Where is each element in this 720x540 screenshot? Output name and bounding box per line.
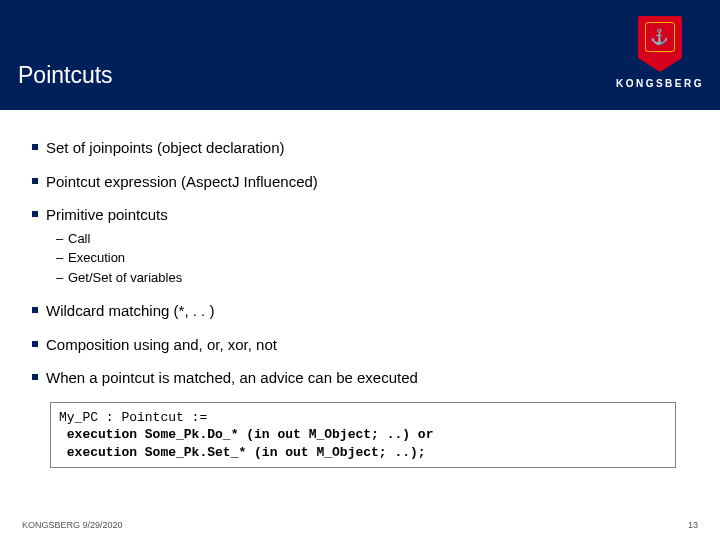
crest-point — [638, 58, 682, 72]
crest-glyph-icon: ⚓ — [650, 28, 669, 46]
bullet-text: When a pointcut is matched, an advice ca… — [46, 369, 418, 386]
crest-top: ⚓ — [638, 16, 682, 58]
crest-inner: ⚓ — [645, 22, 675, 52]
bullet-text: Primitive pointcuts — [46, 206, 168, 223]
bullet-text: Set of joinpoints (object declaration) — [46, 139, 284, 156]
code-line: execution Some_Pk.Set_* (in out M_Object… — [59, 445, 426, 460]
slide-title: Pointcuts — [18, 62, 113, 89]
code-line: My_PC : Pointcut := — [59, 410, 207, 425]
sub-item: Call — [56, 231, 694, 248]
square-bullet-icon — [32, 341, 38, 347]
slide-body: Set of joinpoints (object declaration) P… — [0, 110, 720, 468]
brand-logo: ⚓ KONGSBERG — [616, 16, 704, 89]
bullet-item: Pointcut expression (AspectJ Influenced) — [32, 172, 694, 192]
bullet-text: Composition using and, or, xor, not — [46, 336, 277, 353]
square-bullet-icon — [32, 144, 38, 150]
bullet-item: When a pointcut is matched, an advice ca… — [32, 368, 694, 388]
code-block: My_PC : Pointcut := execution Some_Pk.Do… — [50, 402, 676, 469]
bullet-item: Set of joinpoints (object declaration) — [32, 138, 694, 158]
bullet-item: Composition using and, or, xor, not — [32, 335, 694, 355]
sub-text: Get/Set of variables — [68, 270, 182, 285]
bullet-item: Wildcard matching (*, . . ) — [32, 301, 694, 321]
square-bullet-icon — [32, 178, 38, 184]
square-bullet-icon — [32, 307, 38, 313]
bullet-list: Set of joinpoints (object declaration) P… — [32, 138, 694, 388]
sub-list: Call Execution Get/Set of variables — [56, 231, 694, 288]
bullet-text: Wildcard matching (*, . . ) — [46, 302, 214, 319]
brand-name: KONGSBERG — [616, 78, 704, 89]
sub-item: Get/Set of variables — [56, 270, 694, 287]
page-number: 13 — [688, 520, 698, 530]
slide-footer: KONGSBERG 9/29/2020 13 — [0, 520, 720, 530]
square-bullet-icon — [32, 211, 38, 217]
sub-text: Execution — [68, 250, 125, 265]
crest-icon: ⚓ — [638, 16, 682, 74]
code-line: execution Some_Pk.Do_* (in out M_Object;… — [59, 427, 433, 442]
sub-text: Call — [68, 231, 90, 246]
bullet-item: Primitive pointcuts Call Execution Get/S… — [32, 205, 694, 287]
slide-header: Pointcuts ⚓ KONGSBERG — [0, 0, 720, 110]
footer-left: KONGSBERG 9/29/2020 — [22, 520, 123, 530]
bullet-text: Pointcut expression (AspectJ Influenced) — [46, 173, 318, 190]
sub-item: Execution — [56, 250, 694, 267]
square-bullet-icon — [32, 374, 38, 380]
